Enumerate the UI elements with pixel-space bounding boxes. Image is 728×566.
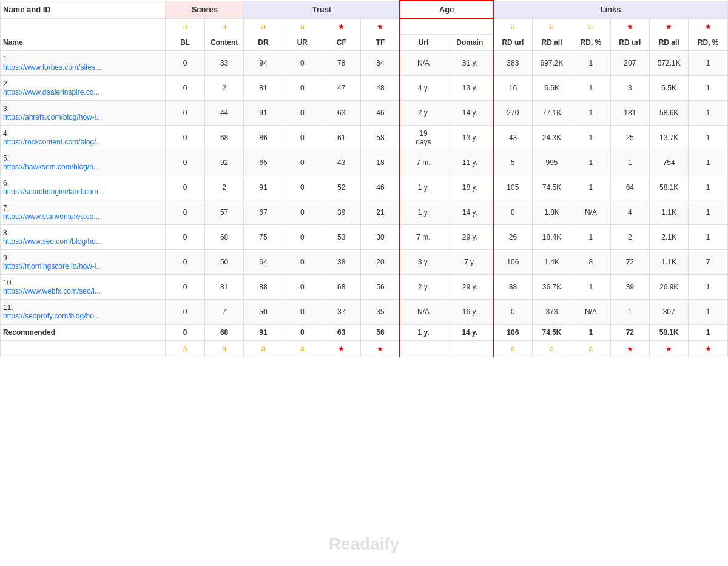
group-scores: Scores bbox=[166, 1, 244, 18]
row-rd_pct2: 1 bbox=[689, 51, 728, 76]
row-rd_all: 995 bbox=[532, 150, 571, 175]
row-url-age: 4 y. bbox=[400, 76, 447, 101]
row-dr: 64 bbox=[244, 250, 283, 275]
row-rd_pct2: 1 bbox=[689, 200, 728, 225]
row-link[interactable]: https://seoprofy.com/blog/ho... bbox=[3, 312, 163, 320]
row-rd_all: 24.3K bbox=[532, 126, 571, 150]
row-domain-age: 13 y. bbox=[447, 126, 493, 150]
row-bl: 0 bbox=[166, 51, 204, 76]
row-ur: 0 bbox=[283, 76, 322, 101]
bottom-icon-2: a bbox=[204, 341, 243, 357]
rec-url-age: 1 y. bbox=[400, 325, 447, 341]
row-dr: 81 bbox=[244, 76, 283, 101]
row-link[interactable]: https://ahrefs.com/blog/how-l... bbox=[3, 113, 163, 121]
row-ur: 0 bbox=[283, 225, 322, 250]
col-rd-url2: RD url bbox=[610, 35, 649, 51]
rec-rd-pct2: 1 bbox=[689, 325, 728, 341]
row-ur: 0 bbox=[283, 275, 322, 300]
row-name-cell[interactable]: 5. https://hawksem.com/blog/h... bbox=[1, 150, 166, 175]
row-link[interactable]: https://searchengineland.com... bbox=[3, 187, 163, 196]
row-bl: 0 bbox=[166, 200, 204, 225]
row-link[interactable]: https://www.dealerinspire.co... bbox=[3, 88, 163, 96]
table-row: 7. https://www.stanventures.co...0576703… bbox=[1, 200, 728, 225]
table-row: 1. https://www.forbes.com/sites...033940… bbox=[1, 51, 728, 76]
row-rd_url2: 64 bbox=[610, 175, 649, 200]
row-name-cell[interactable]: 2. https://www.dealerinspire.co... bbox=[1, 76, 166, 101]
bottom-icon-3: a bbox=[244, 341, 283, 357]
rec-rd-url2: 72 bbox=[610, 325, 649, 341]
trust-icon-2: a bbox=[283, 18, 322, 35]
row-link[interactable]: https://rockcontent.com/blog/... bbox=[3, 138, 163, 146]
main-table-wrapper: Name and ID Scores Trust Age Links a a a… bbox=[0, 0, 728, 357]
row-ur: 0 bbox=[283, 51, 322, 76]
row-link[interactable]: https://www.webfx.com/seo/l... bbox=[3, 287, 163, 295]
row-rd_pct: 1 bbox=[571, 101, 610, 126]
row-name-cell[interactable]: 6. https://searchengineland.com... bbox=[1, 175, 166, 200]
table-row: 6. https://searchengineland.com...029105… bbox=[1, 175, 728, 200]
row-rd_url: 88 bbox=[493, 275, 532, 300]
row-link[interactable]: https://www.seo.com/blog/ho... bbox=[3, 237, 163, 246]
row-rd_url: 43 bbox=[493, 126, 532, 150]
row-bl: 0 bbox=[166, 300, 204, 325]
row-rd_url: 105 bbox=[493, 175, 532, 200]
row-name-cell[interactable]: 7. https://www.stanventures.co... bbox=[1, 200, 166, 225]
col-rd-pct: RD, % bbox=[571, 35, 610, 51]
row-link[interactable]: https://www.stanventures.co... bbox=[3, 212, 163, 221]
scores-icon-1: a bbox=[166, 18, 204, 35]
row-ur: 0 bbox=[283, 175, 322, 200]
bottom-icon-6: ★ bbox=[361, 341, 400, 357]
row-name-cell[interactable]: 8. https://www.seo.com/blog/ho... bbox=[1, 225, 166, 250]
col-content: Content bbox=[204, 35, 243, 51]
row-name-cell[interactable]: 4. https://rockcontent.com/blog/... bbox=[1, 126, 166, 150]
row-rd_url2: 1 bbox=[610, 150, 649, 175]
rec-rd-pct: 1 bbox=[571, 325, 610, 341]
row-url-age: 2 y. bbox=[400, 101, 447, 126]
col-names-row: Name BL Content DR UR CF TF Url Domain R… bbox=[1, 35, 728, 51]
row-rd_all2: 58.6K bbox=[650, 101, 689, 126]
links-icon-1: a bbox=[493, 18, 532, 35]
row-link[interactable]: https://morningscore.io/how-l... bbox=[3, 262, 163, 271]
bottom-age-1 bbox=[400, 341, 447, 357]
row-rd_all: 697.2K bbox=[532, 51, 571, 76]
row-rd_all: 36.7K bbox=[532, 275, 571, 300]
row-content: 33 bbox=[204, 51, 243, 76]
row-domain-age: 29 y. bbox=[447, 225, 493, 250]
row-name-cell[interactable]: 10. https://www.webfx.com/seo/l... bbox=[1, 275, 166, 300]
row-rd_url: 270 bbox=[493, 101, 532, 126]
row-name-cell[interactable]: 3. https://ahrefs.com/blog/how-l... bbox=[1, 101, 166, 126]
row-dr: 91 bbox=[244, 101, 283, 126]
row-dr: 50 bbox=[244, 300, 283, 325]
row-rd_pct: 1 bbox=[571, 126, 610, 150]
bottom-icons-row: a a a a ★ ★ a a a ★ ★ ★ bbox=[1, 341, 728, 357]
row-dr: 91 bbox=[244, 175, 283, 200]
row-rd_pct: 1 bbox=[571, 76, 610, 101]
rec-cf: 63 bbox=[322, 325, 361, 341]
row-url-age: 3 y. bbox=[400, 250, 447, 275]
row-dr: 67 bbox=[244, 200, 283, 225]
row-content: 57 bbox=[204, 200, 243, 225]
col-rd-url: RD url bbox=[493, 35, 532, 51]
rec-dr: 91 bbox=[244, 325, 283, 341]
row-name-cell[interactable]: 1. https://www.forbes.com/sites... bbox=[1, 51, 166, 76]
table-row: 4. https://rockcontent.com/blog/...06886… bbox=[1, 126, 728, 150]
name-id-spacer bbox=[1, 18, 166, 35]
rec-tf: 56 bbox=[361, 325, 400, 341]
row-rd_url2: 25 bbox=[610, 126, 649, 150]
row-rd_all2: 26.9K bbox=[650, 275, 689, 300]
row-link[interactable]: https://www.forbes.com/sites... bbox=[3, 63, 163, 72]
row-name-cell[interactable]: 11. https://seoprofy.com/blog/ho... bbox=[1, 300, 166, 325]
links-icon-5: ★ bbox=[650, 18, 689, 35]
row-url-age: 1 y. bbox=[400, 200, 447, 225]
row-ur: 0 bbox=[283, 250, 322, 275]
row-cf: 78 bbox=[322, 51, 361, 76]
row-url-age: 7 m. bbox=[400, 225, 447, 250]
row-link[interactable]: https://hawksem.com/blog/h... bbox=[3, 163, 163, 171]
row-url-age: 19days bbox=[400, 126, 447, 150]
row-cf: 63 bbox=[322, 101, 361, 126]
age-icon-1 bbox=[400, 18, 447, 35]
row-tf: 21 bbox=[361, 200, 400, 225]
table-row: 5. https://hawksem.com/blog/h...09265043… bbox=[1, 150, 728, 175]
row-name-cell[interactable]: 9. https://morningscore.io/how-l... bbox=[1, 250, 166, 275]
bottom-icon-10: ★ bbox=[610, 341, 649, 357]
row-content: 2 bbox=[204, 175, 243, 200]
